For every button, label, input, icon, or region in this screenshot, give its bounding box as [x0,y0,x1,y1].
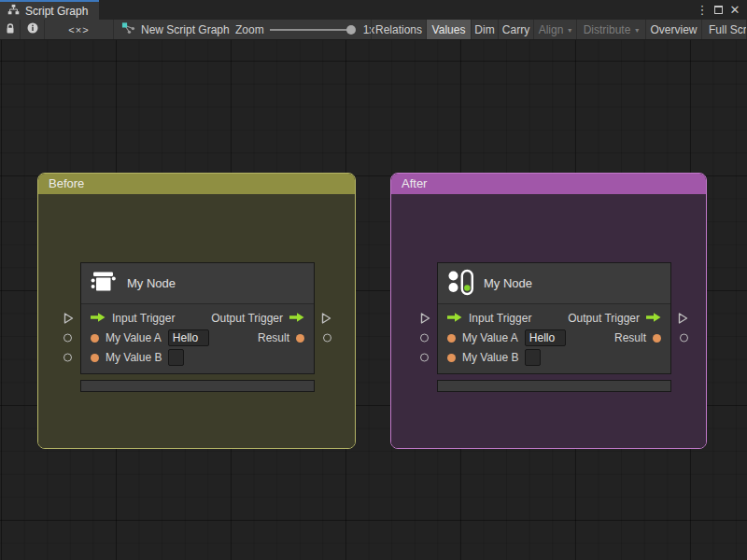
distribute-dropdown[interactable]: Distribute▾ [577,20,646,39]
flow-output-port-outer[interactable] [321,313,331,325]
node-footer [437,380,671,392]
node-header[interactable]: My Node [81,263,314,304]
trigger-port-row: Input Trigger Output Trigger [438,309,670,328]
value-port-icon[interactable] [653,334,661,343]
graph-name: New Script Graph [141,23,230,36]
value-output-port-outer[interactable] [680,334,688,343]
value-port-icon[interactable] [91,354,99,362]
value-a-field[interactable] [168,329,209,346]
node-before[interactable]: My Node Input Trigger Output Trigger [80,262,315,392]
graph-toolbar: <×> New Script Graph Zoom 1x R [0,20,747,40]
node-after[interactable]: My Node Input Trigger Output Trigger [437,262,671,392]
chevron-down-icon: ▾ [568,26,571,35]
port-label: My Value B [462,351,518,364]
maximize-icon[interactable] [714,6,723,14]
value-a-port-row: My Value A Result [438,329,670,347]
graph-asset-label: New Script Graph [121,20,230,39]
port-label: Input Trigger [469,312,531,325]
graph-asset-icon [121,21,135,37]
port-label: My Value A [462,331,518,344]
group-title: Before [49,176,84,190]
toggle-state-icon [446,268,474,299]
flow-output-port-outer[interactable] [678,313,688,325]
flow-arrow-icon[interactable] [91,312,106,326]
carry-button[interactable]: Carry [499,20,534,39]
info-icon [27,22,38,36]
script-graph-window: Script Graph ⋮ ✕ [0,0,747,560]
value-b-port-row: My Value B [438,348,670,367]
zoom-control: Zoom 1x [235,20,374,39]
chevron-down-icon: ▾ [635,26,639,35]
relations-button[interactable]: Relations [372,20,427,39]
dim-button[interactable]: Dim [472,20,499,39]
port-label: Result [258,331,289,344]
flow-input-port-outer[interactable] [420,313,430,325]
tabbar-spacer [99,0,696,20]
value-port-icon[interactable] [296,334,304,343]
value-input-port-outer[interactable] [420,354,429,362]
overview-button[interactable]: Overview [646,20,702,39]
machine-unit-icon [90,268,118,299]
tab-title: Script Graph [25,5,88,18]
values-button[interactable]: Values [427,20,472,39]
port-label: My Value A [106,331,162,344]
port-label: Output Trigger [568,312,640,325]
flow-arrow-icon[interactable] [289,312,304,326]
code-angle-icon: <×> [68,24,89,35]
value-a-field[interactable] [525,329,566,346]
value-input-port-outer[interactable] [420,334,429,343]
value-input-port-outer[interactable] [63,334,72,343]
group-before-header[interactable]: Before [38,174,355,194]
info-button[interactable] [21,20,45,39]
zoom-slider-knob[interactable] [346,25,356,35]
align-dropdown[interactable]: Align▾ [534,20,577,39]
value-port-icon[interactable] [91,334,99,343]
port-label: My Value B [106,351,162,364]
value-a-port-row: My Value A Result [81,329,314,347]
tab-bar: Script Graph ⋮ ✕ [0,0,747,20]
node-header[interactable]: My Node [438,263,670,304]
value-b-field[interactable] [168,349,184,366]
value-b-field[interactable] [525,349,541,366]
graph-canvas[interactable]: Before After [0,40,747,560]
node-footer [80,380,315,392]
value-port-icon[interactable] [447,334,456,343]
node-title: My Node [484,276,532,290]
group-title: After [402,176,427,190]
value-port-icon[interactable] [447,354,456,362]
group-after-header[interactable]: After [391,174,706,194]
close-icon[interactable]: ✕ [728,4,741,17]
graph-hierarchy-icon [7,4,20,18]
value-b-port-row: My Value B [81,348,314,367]
zoom-slider[interactable] [270,29,352,31]
lock-button[interactable] [0,20,21,39]
value-output-port-outer[interactable] [323,334,331,343]
full-screen-button[interactable]: Full Screen [702,20,747,39]
flow-arrow-icon[interactable] [447,312,462,326]
kebab-menu-icon[interactable]: ⋮ [696,4,709,17]
node-title: My Node [127,276,176,290]
code-view-button[interactable]: <×> [45,20,114,39]
trigger-port-row: Input Trigger Output Trigger [81,309,314,328]
port-label: Result [614,331,646,344]
port-label: Output Trigger [211,312,283,325]
zoom-label: Zoom [235,23,264,36]
flow-arrow-icon[interactable] [646,312,661,326]
flow-input-port-outer[interactable] [63,313,74,325]
padlock-icon [5,22,16,37]
tab-script-graph[interactable]: Script Graph [0,0,99,20]
port-label: Input Trigger [112,312,175,325]
value-input-port-outer[interactable] [63,354,72,362]
